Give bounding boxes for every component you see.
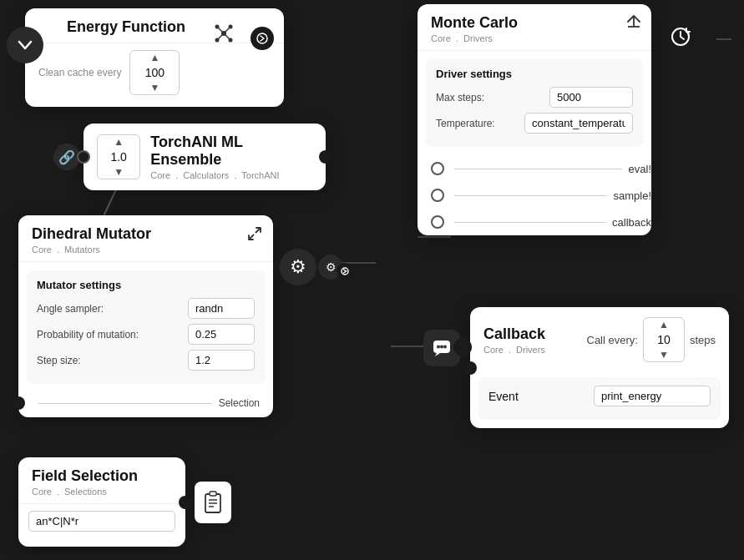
field-input-area	[18, 504, 185, 538]
energy-title: Energy Function	[67, 18, 271, 36]
right-output-port[interactable]	[731, 28, 744, 43]
svg-line-18	[217, 33, 224, 40]
max-steps-row: Max steps:	[436, 87, 633, 108]
mc-port-sample: sample!	[418, 182, 651, 209]
mc-header: Monte Carlo Core . Drivers	[418, 4, 651, 51]
callback-header: Callback Core . Drivers Call every: ▲ 10…	[470, 307, 729, 369]
dihedral-subtitle: Core . Mutators	[32, 245, 260, 255]
torch-stepper[interactable]: ▲ 1.0 ▼	[97, 134, 140, 179]
field-subtitle: Core . Selections	[32, 487, 172, 497]
clipboard-icon	[195, 482, 231, 523]
sample-port[interactable]	[431, 189, 444, 202]
selection-port[interactable]	[12, 396, 25, 410]
event-label: Event	[488, 390, 519, 403]
field-title: Field Selection	[32, 467, 172, 485]
max-steps-input[interactable]	[549, 87, 633, 108]
call-every-row: Call every: ▲ 10 ▼ steps	[587, 317, 716, 362]
max-steps-label: Max steps:	[436, 92, 484, 103]
callback-settings: Event	[478, 377, 721, 420]
dihedral-mutator-card: Dihedral Mutator Core . Mutators Mutator…	[18, 215, 273, 417]
callback-title: Callback	[483, 325, 545, 343]
svg-line-16	[217, 27, 224, 33]
gear-output-port[interactable]	[337, 263, 353, 280]
energy-header: Energy Function	[25, 8, 284, 43]
call-every-stepper[interactable]: ▲ 10 ▼	[643, 317, 685, 362]
stepper-value: 100	[145, 64, 164, 81]
callback-port[interactable]	[431, 215, 444, 229]
collapse-button[interactable]	[7, 27, 43, 63]
svg-point-34	[443, 346, 447, 349]
sample-label: sample!	[613, 189, 651, 202]
dihedral-header: Dihedral Mutator Core . Mutators	[18, 215, 273, 262]
clock-icon	[662, 18, 699, 55]
angle-sampler-row: Angle sampler:	[37, 298, 255, 319]
temperature-label: Temperature:	[436, 118, 495, 129]
call-every-up[interactable]: ▲	[644, 318, 684, 331]
svg-rect-26	[210, 492, 216, 496]
mc-settings: Driver settings Max steps: Temperature:	[426, 59, 643, 147]
svg-point-32	[437, 346, 440, 349]
mc-port-callback: callback	[418, 209, 651, 235]
mc-expand-icon[interactable]	[626, 14, 641, 32]
cache-label: Clean cache every	[38, 67, 121, 78]
callback-wire-port[interactable]	[453, 338, 472, 356]
mc-title: Monte Carlo	[431, 14, 638, 32]
eval-label: eval!	[629, 163, 651, 175]
mc-port-eval: eval!	[418, 155, 651, 182]
callback-input-port[interactable]	[463, 361, 477, 375]
expand-icon[interactable]	[246, 225, 263, 245]
mc-subtitle: Core . Drivers	[431, 33, 638, 43]
input-port[interactable]	[77, 150, 90, 164]
cache-stepper[interactable]: ▲ 100 ▼	[129, 50, 180, 95]
output-port[interactable]	[319, 150, 332, 164]
output-port[interactable]	[251, 27, 274, 50]
dihedral-settings: Mutator settings Angle sampler: Probabil…	[27, 270, 265, 384]
callback-subtitle: Core . Drivers	[483, 345, 545, 355]
field-selection-card: Field Selection Core . Selections	[18, 457, 185, 547]
event-input[interactable]	[594, 386, 711, 406]
field-selection-input[interactable]	[28, 511, 175, 532]
torch-subtitle: Core . Calculators . TorchANI	[150, 170, 312, 180]
callback-label: callback	[612, 216, 651, 229]
dihedral-title: Dihedral Mutator	[32, 225, 260, 243]
temperature-input[interactable]	[524, 113, 633, 134]
step-size-row: Step size:	[37, 350, 255, 371]
selection-label: Selection	[219, 397, 260, 409]
prob-mut-label: Probability of mutation:	[37, 329, 139, 341]
callback-card: Callback Core . Drivers Call every: ▲ 10…	[470, 307, 729, 428]
field-output-port[interactable]	[179, 496, 192, 509]
prob-mut-input[interactable]	[188, 324, 255, 345]
steps-label: steps	[690, 334, 716, 346]
call-every-value: 10	[657, 331, 671, 348]
torch-stepper-up[interactable]: ▲	[98, 135, 139, 149]
energy-function-card: Energy Function Clean cache every ▲ 100 …	[25, 8, 284, 107]
call-every-down[interactable]: ▼	[644, 348, 684, 361]
step-size-input[interactable]	[188, 350, 255, 371]
svg-point-20	[257, 33, 267, 43]
torch-stepper-value: 1.0	[110, 149, 126, 165]
field-header: Field Selection Core . Selections	[18, 457, 185, 504]
call-every-label: Call every:	[587, 334, 638, 346]
svg-marker-35	[435, 353, 440, 356]
event-row: Event	[488, 386, 711, 406]
torch-stepper-down[interactable]: ▼	[98, 165, 139, 179]
angle-sampler-input[interactable]	[188, 298, 255, 319]
torch-title: TorchANI ML Ensemble	[150, 134, 312, 169]
cache-row: Clean cache every ▲ 100 ▼	[25, 43, 284, 98]
stepper-down[interactable]: ▼	[130, 81, 179, 94]
mutator-settings-title: Mutator settings	[37, 279, 255, 291]
gear-icon-large[interactable]: ⚙	[280, 249, 316, 285]
mc-settings-title: Driver settings	[436, 68, 633, 80]
torch-header: ▲ 1.0 ▼ TorchANI ML Ensemble Core . Calc…	[84, 124, 326, 190]
angle-sampler-label: Angle sampler:	[37, 303, 104, 315]
eval-port[interactable]	[431, 162, 444, 175]
prob-mut-row: Probability of mutation:	[37, 324, 255, 345]
temperature-row: Temperature:	[436, 113, 633, 134]
gear-icons-area: ⚙ ⚙	[280, 249, 343, 285]
svg-line-17	[224, 27, 230, 33]
torchani-card: 🔗 ▲ 1.0 ▼ TorchANI ML Ensemble Core . Ca…	[84, 124, 326, 190]
svg-line-19	[224, 33, 230, 40]
stepper-up[interactable]: ▲	[130, 51, 179, 64]
selection-row: Selection	[18, 392, 273, 417]
montecarlo-card: Monte Carlo Core . Drivers Driver settin…	[418, 4, 651, 235]
